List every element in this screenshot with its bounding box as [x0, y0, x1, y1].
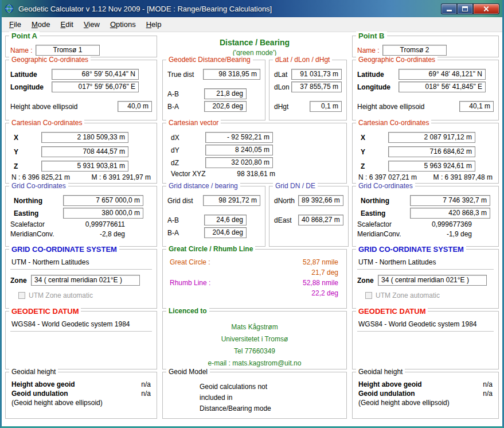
dz-field[interactable]: 32 020,80 m [205, 157, 273, 168]
maximize-icon [462, 6, 468, 11]
point-a-datum-select[interactable]: WGS84 - World Geodetic system 1984 [10, 319, 152, 332]
cartesian-vector-title: Cartesian vector [166, 119, 221, 127]
point-b-geographic-title: Geographic Co-ordinates [356, 56, 437, 64]
dlat-field[interactable]: 91 031,73 m [291, 69, 342, 80]
menu-options[interactable]: Options [105, 18, 141, 31]
dlat-label: dLat [274, 71, 291, 79]
point-a-easting-field[interactable]: 380 000,0 m [63, 208, 143, 219]
point-a-name-field[interactable]: Tromsø 1 [36, 45, 100, 56]
point-b-x-field[interactable]: 2 087 917,12 m [388, 132, 475, 143]
menu-help[interactable]: Help [141, 18, 167, 31]
point-b-northing-label: Northing [361, 197, 410, 205]
point-b-zone-field[interactable]: 34 ( central meridian 021°E ) [378, 275, 487, 286]
ba-bearing-field[interactable]: 202,6 deg [204, 101, 247, 112]
point-b-grid-system-select[interactable]: UTM - Northern Latitudes [357, 257, 494, 270]
true-dist-field[interactable]: 98 318,95 m [203, 69, 260, 80]
point-b-northing-field[interactable]: 7 746 392,7 m [410, 195, 490, 206]
window-controls [441, 3, 499, 14]
menu-file[interactable]: File [4, 18, 26, 31]
globe-icon [5, 4, 15, 13]
point-a-z-field[interactable]: 5 931 903,81 m [41, 161, 128, 172]
minimize-button[interactable] [441, 3, 457, 14]
point-b-longitude-label: Longitude [357, 83, 398, 91]
point-a-meridianconv-value: -2,8 deg [68, 230, 125, 238]
point-b-height-field[interactable]: 40,1 m [459, 101, 494, 112]
deast-field[interactable]: 40 868,27 m [298, 215, 343, 225]
point-a-cartesian-title: Cartesian Co-ordinates [9, 119, 84, 127]
grid-ab-field[interactable]: 24,6 deg [204, 215, 247, 225]
point-a-geoidal-box: Geoidal height Height above geoid n/a Ge… [5, 372, 157, 419]
point-b-m-value: M : 6 391 897,48 m [433, 173, 493, 181]
vector-xyz-value: 98 318,61 m [212, 170, 275, 178]
point-b-grid-system-title: GRID CO-ORDINATE SYSTEM [356, 245, 466, 254]
app-window: Geodetic Calculator v 1.12 Nov 2009 - [M… [0, 0, 504, 428]
point-a-zone-label: Zone [10, 277, 31, 285]
dnorth-label: dNorth [274, 197, 298, 205]
point-b-name-label: Name : [357, 46, 382, 55]
point-a-northing-field[interactable]: 7 657 000,0 m [63, 195, 143, 206]
dnorth-field[interactable]: 89 392,66 m [298, 195, 343, 206]
point-b-easting-field[interactable]: 420 868,3 m [410, 208, 490, 219]
close-button[interactable] [473, 3, 499, 14]
dhgt-field[interactable]: 0,1 m [310, 101, 342, 112]
maximize-button[interactable] [457, 3, 473, 14]
distance-bearing-header: Distance / Bearing ('green mode') [162, 36, 347, 57]
dlat-dlon-dhgt-title: dLat / dLon / dHgt [273, 56, 332, 64]
point-b-x-label: X [361, 134, 388, 142]
point-b-undulation-label: Geoid undulation [358, 390, 415, 398]
dy-label: dY [171, 146, 205, 154]
point-a-nm-line: N : 6 396 825,21 m M : 6 391 291,97 m [10, 173, 152, 182]
grid-dn-de-title: Grid DN / DE [273, 182, 318, 190]
grid-dist-field[interactable]: 98 291,72 m [203, 195, 260, 206]
point-b-undulation-value: n/a [483, 390, 493, 398]
ab-bearing-field[interactable]: 21,8 deg [204, 88, 247, 99]
point-a-grid-system-title: GRID CO-ORDINATE SYSTEM [9, 245, 119, 254]
point-a-x-field[interactable]: 2 180 509,33 m [41, 132, 128, 143]
point-b-datum-select[interactable]: WGS84 - World Geodetic system 1984 [357, 319, 494, 332]
point-a-height-field[interactable]: 40,0 m [118, 101, 152, 112]
point-b-utm-zone-automatic-checkbox[interactable] [365, 292, 372, 299]
point-a-latitude-field[interactable]: 68° 59' 50,414" N [52, 69, 139, 80]
point-b-geographic-box: Geographic Co-ordinates Latitude 69° 48'… [352, 60, 499, 120]
point-a-undulation-value: n/a [141, 390, 151, 398]
point-b-cartesian-box: Cartesian Co-ordinates X 2 087 917,12 m … [352, 123, 499, 184]
point-a-name-label: Name : [10, 46, 36, 55]
point-a-utm-zone-automatic-checkbox[interactable] [18, 292, 25, 299]
point-a-datum-box: GEODETIC DATUM WGS84 - World Geodetic sy… [5, 311, 157, 369]
point-a-utm-zone-automatic-label: UTM Zone automatic [29, 291, 93, 299]
menu-mode[interactable]: Mode [26, 18, 56, 31]
dlat-dlon-dhgt-box: dLat / dLon / dHgt dLat 91 031,73 m dLon… [269, 60, 347, 120]
rhumb-line-distance: 52,88 nmile [279, 279, 338, 287]
geoid-model-line-3: Distance/Bearing mode [200, 403, 342, 414]
dlon-field[interactable]: 37 855,75 m [291, 81, 342, 92]
dlon-label: dLon [274, 83, 291, 91]
client-area: Point A Name : Tromsø 1 Distance / Beari… [2, 32, 502, 426]
dx-field[interactable]: - 92 592,21 m [205, 132, 273, 143]
point-a-grid-system-select[interactable]: UTM - Northern Latitudes [10, 257, 152, 270]
licence-line-name: Mats Kågstrøm [167, 321, 342, 333]
menu-edit[interactable]: Edit [56, 18, 79, 31]
point-a-zone-field[interactable]: 34 ( central meridian 021°E ) [31, 275, 140, 286]
point-b-y-label: Y [361, 148, 388, 156]
point-b-y-field[interactable]: 716 684,62 m [388, 146, 475, 157]
point-b-name-field[interactable]: Tromsø 2 [382, 45, 447, 56]
menu-view[interactable]: View [79, 18, 105, 31]
point-b-geoidal-note: (Geoid height above ellipsoid) [358, 399, 450, 407]
licence-line-org: Universitetet i Tromsø [167, 333, 342, 345]
point-a-cartesian-box: Cartesian Co-ordinates X 2 180 509,33 m … [5, 123, 157, 184]
point-b-latitude-field[interactable]: 69° 48' 48,121" N [398, 69, 486, 80]
grid-ba-field[interactable]: 204,6 deg [204, 227, 247, 238]
point-b-z-field[interactable]: 5 963 924,61 m [388, 161, 475, 172]
rhumb-line-bearing: 22,2 deg [279, 289, 338, 297]
distance-row4: Grid distance / bearing Grid dist 98 291… [162, 186, 347, 247]
point-b-datum-box: GEODETIC DATUM WGS84 - World Geodetic sy… [352, 311, 499, 369]
point-b-longitude-field[interactable]: 018° 56' 41,845" E [398, 81, 486, 92]
point-a-y-field[interactable]: 708 444,57 m [41, 146, 128, 157]
rhumb-line-label: Rhumb Line : [170, 279, 279, 287]
point-a-longitude-label: Longitude [10, 83, 52, 91]
point-a-undulation-label: Geoid undulation [11, 390, 68, 398]
point-a-longitude-field[interactable]: 017° 59' 56,076" E [52, 81, 139, 92]
point-b-geoidal-title: Geoidal height [356, 368, 405, 376]
cartesian-vector-box: Cartesian vector dX - 92 592,21 m dY 8 2… [162, 123, 347, 184]
dy-field[interactable]: 8 240,05 m [205, 145, 273, 155]
